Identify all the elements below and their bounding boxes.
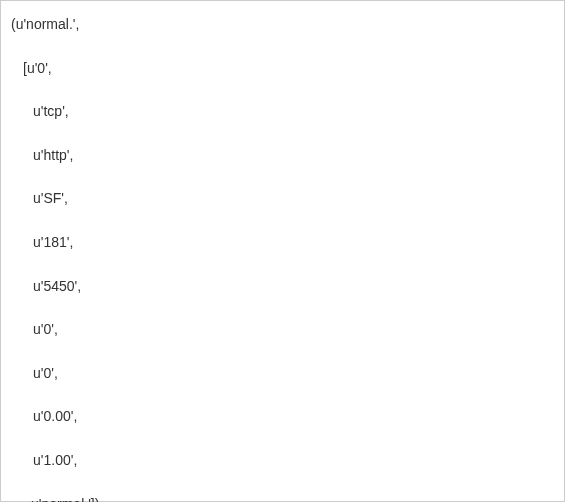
output-line: .u'normal.']) [11,495,554,502]
output-line: (u'normal.', [11,15,554,35]
output-line: u'0.00', [11,407,554,427]
output-line: u'0', [11,320,554,340]
output-line-text: u'normal.']) [31,496,99,502]
output-line: u'SF', [11,189,554,209]
output-line: u'5450', [11,277,554,297]
output-line: u'tcp', [11,102,554,122]
output-line: [u'0', [11,59,554,79]
output-box: (u'normal.', [u'0', u'tcp', u'http', u'S… [0,0,565,502]
ellipsis-dot: . [11,495,31,502]
output-line: u'http', [11,146,554,166]
output-line: u'1.00', [11,451,554,471]
output-line: u'0', [11,364,554,384]
output-line: u'181', [11,233,554,253]
